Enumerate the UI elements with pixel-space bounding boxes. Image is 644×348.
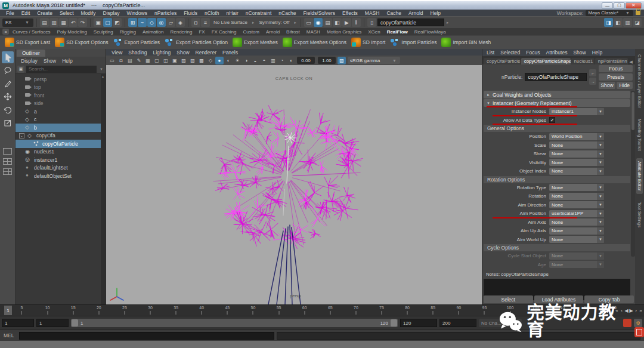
- attr-dropdown-instancer-nodes[interactable]: instancer1▼: [549, 108, 604, 115]
- attr-dropdown-rotation[interactable]: None▼: [549, 193, 604, 200]
- multisample-icon[interactable]: ▥: [269, 57, 277, 64]
- select-component-icon[interactable]: ◩: [113, 18, 122, 27]
- resolution-gate-icon[interactable]: ◫: [162, 57, 170, 64]
- shelf-tab-poly-modeling[interactable]: Poly Modeling: [54, 29, 90, 35]
- menu-create[interactable]: Create: [33, 10, 56, 16]
- expand-arrow-icon[interactable]: ▸: [293, 20, 298, 25]
- attr-dropdown-position[interactable]: World Position▼: [549, 133, 604, 140]
- filter-icon[interactable]: ▣: [17, 66, 24, 73]
- attr-dropdown-aim-direction[interactable]: None▼: [549, 201, 604, 208]
- time-slider[interactable]: 1 51015202530354045505560657075808590951…: [0, 304, 644, 316]
- screen-space-ao-icon[interactable]: ◒: [251, 57, 259, 64]
- shelf-tab-motion-graphics[interactable]: Motion Graphics: [324, 29, 364, 35]
- ae-tab-copyofaparticle[interactable]: copyOfaParticle: [484, 58, 521, 64]
- textured-icon[interactable]: ◐: [224, 57, 233, 64]
- arrow-left-button[interactable]: ←: [589, 69, 596, 76]
- shelf-button-export-meshes[interactable]: Export Meshes: [230, 36, 280, 48]
- animation-start-field[interactable]: [2, 319, 34, 327]
- range-start-handle[interactable]: [72, 319, 78, 327]
- close-button[interactable]: ✕: [626, 2, 642, 9]
- menu-edit[interactable]: Edit: [18, 10, 34, 16]
- character-set-menu[interactable]: No Cha...▾: [479, 319, 522, 327]
- quick-rename-input[interactable]: [377, 19, 444, 26]
- menu-nconstraint[interactable]: nConstraint: [242, 10, 275, 16]
- shelf-button-export-particles-option[interactable]: Export Particles Option: [162, 36, 230, 48]
- colorspace-select[interactable]: sRGB gamma▼: [348, 57, 400, 64]
- step-back-icon[interactable]: ‹: [620, 308, 624, 313]
- field-chart-icon[interactable]: ▨: [179, 57, 188, 64]
- menu-nhair[interactable]: nHair: [223, 10, 242, 16]
- section-instancer-geometry-replacement[interactable]: ▼Instancer (Geometry Replacement): [484, 99, 630, 107]
- lock-selection-icon[interactable]: ◘: [191, 18, 200, 27]
- shelf-tab-xgen[interactable]: XGen: [365, 29, 383, 35]
- menu-fields-solvers[interactable]: Fields/Solvers: [300, 10, 339, 16]
- range-end-handle[interactable]: [391, 319, 397, 327]
- play-backwards-icon[interactable]: ◀: [624, 308, 628, 313]
- shelf-tab-custom[interactable]: Custom: [240, 29, 262, 35]
- render-sequence-icon[interactable]: ▶: [342, 18, 351, 27]
- section-goal-weights-and-objects[interactable]: ►Goal Weights and Objects: [484, 91, 630, 98]
- select-tool-icon[interactable]: [2, 51, 14, 63]
- outliner-item-defaultlightset[interactable]: defaultLightSet: [16, 164, 106, 173]
- new-scene-icon[interactable]: ▤: [40, 18, 49, 27]
- modeling-toolkit-toggle-icon[interactable]: ◪: [633, 18, 642, 27]
- outliner-item-persp[interactable]: persp: [16, 75, 106, 84]
- snap-point-icon[interactable]: ◇: [147, 18, 156, 27]
- viewport-menu-view[interactable]: View: [109, 50, 125, 56]
- menu-modify[interactable]: Modify: [78, 10, 100, 16]
- lock-camera-icon[interactable]: ◘: [117, 57, 125, 64]
- attr-dropdown-aim-axis[interactable]: None▼: [549, 218, 604, 226]
- ae-menu-selected[interactable]: Selected: [497, 50, 523, 56]
- attr-dropdown-scale[interactable]: None▼: [549, 141, 604, 149]
- outliner-item-copyofa[interactable]: -copyOfa: [16, 132, 106, 140]
- ae-tab-nucleus1[interactable]: nucleus1: [571, 58, 595, 64]
- attribute-editor-toggle-icon[interactable]: ◨: [604, 18, 613, 27]
- outliner-scrollbar[interactable]: [101, 74, 106, 304]
- presets-button[interactable]: Presets: [599, 73, 633, 81]
- attr-dropdown-aim-position[interactable]: userScalar1PP▼: [549, 210, 604, 217]
- expand-arrow-icon[interactable]: ▸: [251, 20, 256, 25]
- shelf-button-import-particles[interactable]: Import Particles: [388, 36, 439, 48]
- grease-pencil-icon[interactable]: ✎: [135, 57, 143, 64]
- outliner-search-input[interactable]: [26, 66, 97, 73]
- isolate-select-icon[interactable]: ◖: [287, 57, 295, 64]
- expander-icon[interactable]: -: [19, 133, 24, 138]
- shelf-tab-fx-caching[interactable]: FX Caching: [209, 29, 240, 35]
- construction-history-icon[interactable]: ≡: [201, 18, 210, 27]
- menu-windows[interactable]: Windows: [123, 10, 150, 16]
- attr-dropdown-object-index[interactable]: None▼: [549, 168, 604, 175]
- outliner-item-defaultobjectset[interactable]: defaultObjectSet: [16, 172, 106, 180]
- menu-cache[interactable]: Cache: [383, 10, 405, 16]
- shadows-icon[interactable]: ◑: [242, 57, 250, 64]
- workspace-select[interactable]: Maya Classic*▼: [586, 10, 633, 16]
- anim-preferences-icon[interactable]: ⚙: [634, 319, 642, 327]
- smooth-shade-icon[interactable]: ●: [215, 57, 224, 64]
- workspace-lock-icon[interactable]: [636, 11, 640, 15]
- shelf-tab-mash[interactable]: MASH: [304, 29, 323, 35]
- copy-tab-button[interactable]: Copy Tab: [584, 295, 634, 303]
- panel-tab-tool-settings[interactable]: Tool Settings: [636, 199, 643, 230]
- lasso-tool-icon[interactable]: [2, 64, 14, 76]
- range-slider-bar[interactable]: 1 120: [71, 319, 398, 327]
- tool-settings-toggle-icon[interactable]: ◧: [614, 18, 623, 27]
- viewport-menu-panels[interactable]: Panels: [219, 50, 241, 56]
- shelf-tab-sculpting[interactable]: Sculpting: [91, 29, 116, 35]
- minimize-button[interactable]: —: [602, 2, 613, 9]
- ipr-render-icon[interactable]: ◉: [314, 18, 323, 27]
- menu-arnold[interactable]: Arnold: [405, 10, 427, 16]
- subheader-rotation-options[interactable]: Rotation Options: [484, 176, 630, 183]
- playback-start-field[interactable]: [36, 319, 69, 327]
- snap-view-plane-icon[interactable]: ▱: [166, 18, 175, 27]
- tab-scroll-left-icon[interactable]: ◀: [628, 60, 634, 64]
- shelf-tab-rigging[interactable]: Rigging: [117, 29, 139, 35]
- safe-action-icon[interactable]: ▧: [188, 57, 197, 64]
- ae-menu-list[interactable]: List: [484, 50, 497, 56]
- attr-dropdown-shear[interactable]: None▼: [549, 150, 604, 158]
- select-button[interactable]: Select: [484, 295, 533, 303]
- outliner-menu-help[interactable]: Help: [59, 58, 75, 64]
- outliner-item-nucleus1[interactable]: nucleus1: [16, 148, 106, 156]
- outliner-item-instancer1[interactable]: instancer1: [16, 156, 106, 164]
- outliner-item-side[interactable]: side: [16, 100, 106, 108]
- exposure-field[interactable]: 0.00: [297, 57, 315, 64]
- shelf-button-export-meshes-options[interactable]: Export Meshes Options: [280, 36, 349, 48]
